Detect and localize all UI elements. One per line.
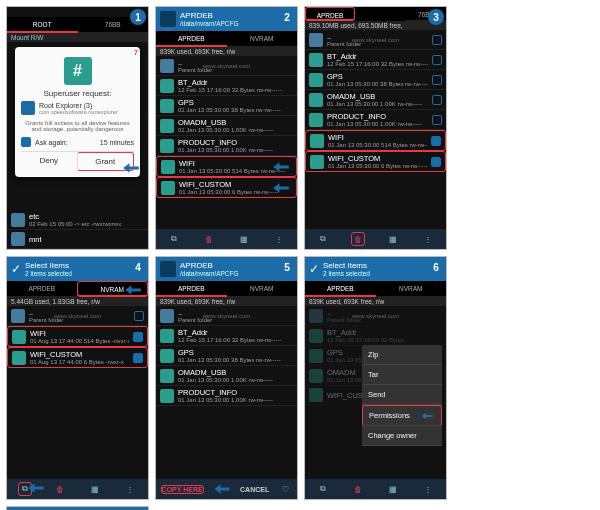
delete-icon[interactable]: 🗑 — [351, 232, 365, 246]
mount-toggle[interactable]: Mount R/W — [7, 33, 148, 42]
tab-aprdeb[interactable]: APRDEB — [305, 281, 376, 297]
panel-step-2: 2 APRDEB/data/nvram/APCFG APRDEBNVRAM 83… — [155, 6, 298, 250]
deny-button[interactable]: Deny — [21, 152, 77, 171]
file-icon — [160, 369, 174, 383]
file-row[interactable]: OMADM_USB 01 Jan 13 05:30:00 1.00K rw-rw… — [156, 366, 297, 386]
file-row[interactable]: WIFI_CUSTOM 01 Aug 13 17:44:00 6 Bytes -… — [7, 347, 148, 368]
copy-here-button[interactable]: COPY HERE — [161, 485, 204, 494]
file-row[interactable]: OMADM_USB 01 Jan 13 05:30:00 1.00K rw-rw… — [156, 116, 297, 136]
more-icon[interactable]: ⋮ — [123, 482, 137, 496]
file-row[interactable]: WIFI 01 Aug 13 17:44:00 514 Bytes -rwxr-… — [7, 326, 148, 347]
menu-item-tar[interactable]: Tar — [362, 365, 442, 385]
file-row[interactable]: BT_Addr 12 Feb 15 17:16:00 32 Bytes — [305, 326, 446, 346]
tab-aprdeb[interactable]: APRDEB — [156, 281, 227, 297]
file-row[interactable]: BT_Addr 12 Feb 15 17:16:00 32 Bytes rw-r… — [156, 76, 297, 96]
favorite-icon[interactable]: ♡ — [278, 482, 292, 496]
file-row[interactable]: GPS 01 Jan 13 05:30:00 38 Bytes rw-rw---… — [305, 70, 446, 90]
select-checkbox[interactable] — [431, 157, 441, 167]
tab-nvram[interactable]: NVRAM — [227, 281, 298, 297]
grid-icon[interactable]: ▦ — [237, 232, 251, 246]
file-name: mnt — [29, 235, 144, 244]
file-name: BT_Addr — [327, 328, 442, 337]
app-icon — [21, 101, 35, 115]
grant-desc: Grants full access to all device feature… — [21, 118, 134, 134]
delete-icon[interactable]: 🗑 — [53, 482, 67, 496]
file-row[interactable]: .. Parent folder — [156, 56, 297, 76]
panel-step-1: 1 ROOT 76BB Mount R/W 7 # Superuser requ… — [6, 6, 149, 250]
menu-item-permissions[interactable]: Permissions — [362, 405, 442, 426]
tab-nvram[interactable]: NVRAM — [227, 31, 298, 47]
file-row[interactable]: WIFI 01 Jan 13 05:30:00 514 Bytes rw-rw-… — [156, 156, 297, 177]
select-checkbox[interactable] — [432, 75, 442, 85]
file-row[interactable]: .. Parent folder — [305, 30, 446, 50]
tab-aprdeb[interactable]: APRDEB — [7, 281, 77, 297]
delete-icon[interactable]: 🗑 — [202, 232, 216, 246]
tab-nvram[interactable]: NVRAM — [376, 281, 447, 297]
done-icon[interactable]: ✓ — [309, 262, 319, 276]
copy-icon[interactable]: ⧉ — [167, 232, 181, 246]
file-name: BT_Addr — [178, 328, 293, 337]
file-detail: 01 Jan 13 05:30:00 38 Bytes rw-rw----- — [178, 357, 293, 363]
grid-icon[interactable]: ▦ — [386, 482, 400, 496]
file-row[interactable]: WIFI 01 Jan 13 05:30:00 514 Bytes rw-rw-… — [305, 130, 446, 151]
menu-item-zip[interactable]: Zip — [362, 345, 442, 365]
file-row[interactable]: BT_Addr 12 Feb 15 17:16:00 32 Bytes rw-r… — [156, 326, 297, 346]
file-row[interactable]: WIFI_CUSTOM 01 Jan 13 05:30:00 6 Bytes r… — [305, 151, 446, 172]
more-icon[interactable]: ⋮ — [421, 482, 435, 496]
ask-again-value[interactable]: 15 minutes — [100, 139, 134, 146]
select-checkbox[interactable] — [134, 311, 144, 321]
tabs: ROOT 76BB — [7, 17, 148, 33]
file-row[interactable]: OMADM_USB 01 Jan 13 05:30:00 1.00K rw-rw… — [305, 90, 446, 110]
more-icon[interactable]: ⋮ — [272, 232, 286, 246]
grid-icon[interactable]: ▦ — [386, 232, 400, 246]
panel-step-7: 7 APRDEB/data/nvram/APCFG www.skyneel.co… — [6, 506, 149, 510]
menu-item-send[interactable]: Send — [362, 385, 442, 405]
ask-again-checkbox[interactable] — [21, 137, 31, 147]
selection-count: 2 items selected — [25, 270, 72, 277]
file-icon — [309, 369, 323, 383]
select-checkbox[interactable] — [431, 136, 441, 146]
delete-icon[interactable]: 🗑 — [351, 482, 365, 496]
file-icon — [309, 329, 323, 343]
select-checkbox[interactable] — [133, 353, 143, 363]
grid-icon[interactable]: ▦ — [88, 482, 102, 496]
file-row[interactable]: .. Parent folder — [7, 306, 148, 326]
file-detail: 01 Jan 13 05:30:00 1.00K rw-rw----- — [178, 147, 293, 153]
context-menu: ZipTarSendPermissionsChange owner — [362, 345, 442, 446]
file-list: .. Parent folder BT_Addr 12 Feb 15 17:16… — [305, 30, 446, 172]
more-icon[interactable]: ⋮ — [421, 232, 435, 246]
select-checkbox[interactable] — [432, 95, 442, 105]
file-row[interactable]: PRODUCT_INFO 01 Jan 13 05:30:00 1.00K rw… — [305, 110, 446, 130]
menu-item-change-owner[interactable]: Change owner — [362, 426, 442, 446]
file-name: OMADM_USB — [178, 368, 293, 377]
file-name: GPS — [178, 348, 293, 357]
tab-root[interactable]: ROOT — [7, 17, 78, 33]
storage-stat: 5.44GB used, 1.83GB free, r/w — [7, 297, 148, 306]
folder-icon — [309, 309, 323, 323]
select-checkbox[interactable] — [432, 35, 442, 45]
copy-icon[interactable]: ⧉ — [316, 482, 330, 496]
tab-aprdeb[interactable]: APRDEB — [156, 31, 227, 47]
file-row[interactable]: PRODUCT_INFO 01 Jan 13 05:30:00 1.00K rw… — [156, 386, 297, 406]
file-row[interactable]: PRODUCT_INFO 01 Jan 13 05:30:00 1.00K rw… — [156, 136, 297, 156]
file-detail: 01 Jan 13 05:30:00 1.00K rw-rw----- — [178, 127, 293, 133]
cancel-button[interactable]: CANCEL — [240, 486, 269, 493]
select-checkbox[interactable] — [432, 115, 442, 125]
select-checkbox[interactable] — [432, 55, 442, 65]
file-row[interactable]: WIFI_CUSTOM 01 Jan 13 05:30:00 6 Bytes r… — [156, 177, 297, 198]
done-icon[interactable]: ✓ — [11, 262, 21, 276]
file-name: WIFI — [328, 133, 427, 142]
file-row[interactable]: BT_Addr 12 Feb 15 17:16:00 32 Bytes rw-r… — [305, 50, 446, 70]
file-name: BT_Addr — [327, 52, 428, 61]
select-checkbox[interactable] — [133, 332, 143, 342]
step-badge: 5 — [279, 259, 295, 275]
file-name: PRODUCT_INFO — [327, 112, 428, 121]
file-row[interactable]: GPS 01 Jan 13 05:30:00 38 Bytes rw-rw---… — [156, 96, 297, 116]
file-row[interactable]: .. Parent folder — [305, 306, 446, 326]
bottom-bar: ⧉ 🗑 ▦ ⋮ — [156, 229, 297, 249]
file-row[interactable]: GPS 01 Jan 13 05:30:00 38 Bytes rw-rw---… — [156, 346, 297, 366]
ask-again-label: Ask again: — [35, 139, 68, 146]
file-row[interactable]: .. Parent folder — [156, 306, 297, 326]
tab-aprdeb[interactable]: APRDEB — [305, 7, 355, 21]
copy-icon[interactable]: ⧉ — [316, 232, 330, 246]
